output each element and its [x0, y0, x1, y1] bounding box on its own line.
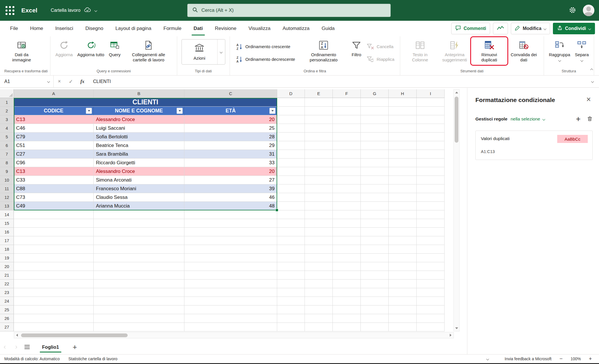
cell-D2[interactable]: [277, 107, 305, 115]
cell-I15[interactable]: [417, 219, 445, 228]
cell-E25[interactable]: [305, 305, 333, 314]
cell-I21[interactable]: [417, 271, 445, 280]
cell-F2[interactable]: [333, 107, 361, 115]
cell-D11[interactable]: [277, 184, 305, 193]
cell-B4[interactable]: Luigi Saccani: [94, 124, 184, 133]
cell-C2-table-header[interactable]: ETÀ: [184, 107, 277, 115]
cell-G9[interactable]: [361, 167, 389, 176]
filter-dropdown-button[interactable]: [86, 108, 92, 114]
cell-C12[interactable]: 46: [184, 193, 277, 202]
cell-H8[interactable]: [389, 159, 417, 167]
cell-H16[interactable]: [389, 228, 417, 236]
cell-F24[interactable]: [333, 297, 361, 305]
cell-A17[interactable]: [14, 236, 94, 245]
row-header-24[interactable]: 24: [0, 297, 14, 305]
cell-H15[interactable]: [389, 219, 417, 228]
cell-H17[interactable]: [389, 236, 417, 245]
cell-B22[interactable]: [94, 280, 184, 288]
cell-I8[interactable]: [417, 159, 445, 167]
cell-E11[interactable]: [305, 184, 333, 193]
ribbon-button-ordinamento-decrescente[interactable]: ZAOrdinamento decrescente: [234, 55, 297, 64]
share-button[interactable]: Condividi: [553, 23, 595, 34]
cell-E15[interactable]: [305, 219, 333, 228]
cell-I10[interactable]: [417, 176, 445, 184]
ribbon-button-collegamenti-alle-cartelle-di-lavoro[interactable]: Collegamenti alle cartelle di lavoro: [123, 38, 174, 64]
cell-B3[interactable]: Alessandro Croce: [94, 115, 184, 124]
cell-A8[interactable]: C96: [14, 159, 94, 167]
cell-D23[interactable]: [277, 288, 305, 297]
row-header-11[interactable]: 11: [0, 184, 14, 193]
edit-mode-button[interactable]: Modifica: [511, 23, 550, 34]
cell-I6[interactable]: [417, 141, 445, 150]
cell-D22[interactable]: [277, 280, 305, 288]
cell-I20[interactable]: [417, 262, 445, 271]
cell-G14[interactable]: [361, 210, 389, 219]
cell-D19[interactable]: [277, 254, 305, 262]
confirm-entry-button[interactable]: ✓: [65, 76, 77, 87]
cell-G1[interactable]: [361, 98, 389, 107]
cell-G16[interactable]: [361, 228, 389, 236]
column-header-D[interactable]: D: [277, 89, 305, 98]
cancel-entry-button[interactable]: ×: [54, 76, 65, 87]
cell-A10[interactable]: C33: [14, 176, 94, 184]
cell-A2-table-header[interactable]: CODICE: [14, 107, 94, 115]
cell-G4[interactable]: [361, 124, 389, 133]
cell-D12[interactable]: [277, 193, 305, 202]
cell-D13[interactable]: [277, 202, 305, 210]
expand-formula-bar-button[interactable]: [586, 76, 599, 87]
row-header-23[interactable]: 23: [0, 288, 14, 297]
row-header-8[interactable]: 8: [0, 159, 14, 167]
cell-B7[interactable]: Sara Brambilla: [94, 150, 184, 159]
row-header-21[interactable]: 21: [0, 271, 14, 280]
cell-E23[interactable]: [305, 288, 333, 297]
cell-B14[interactable]: [94, 210, 184, 219]
cell-B11[interactable]: Francesco Moriani: [94, 184, 184, 193]
row-header-26[interactable]: 26: [0, 314, 14, 323]
cell-A19[interactable]: [14, 254, 94, 262]
cell-D1[interactable]: [277, 98, 305, 107]
ribbon-button-anteprima-suggerimenti[interactable]: Anteprima suggerimenti: [437, 38, 472, 64]
formula-content[interactable]: CLIENTI: [88, 76, 586, 87]
cell-G8[interactable]: [361, 159, 389, 167]
cell-H13[interactable]: [389, 202, 417, 210]
cell-D26[interactable]: [277, 314, 305, 323]
cell-A11[interactable]: C88: [14, 184, 94, 193]
status-options-button[interactable]: [482, 354, 494, 363]
cell-D7[interactable]: [277, 150, 305, 159]
cell-I27[interactable]: [417, 323, 445, 331]
row-header-14[interactable]: 14: [0, 210, 14, 219]
workbook-title[interactable]: Cartella lavoro: [51, 7, 97, 14]
cell-E9[interactable]: [305, 167, 333, 176]
sheet-nav-prev-button[interactable]: [0, 340, 10, 354]
row-header-9[interactable]: 9: [0, 167, 14, 176]
cell-A18[interactable]: [14, 245, 94, 254]
ribbon-tab-automatizza[interactable]: Automatizza: [277, 21, 316, 36]
cell-C10[interactable]: 27: [184, 176, 277, 184]
row-header-19[interactable]: 19: [0, 254, 14, 262]
cell-G18[interactable]: [361, 245, 389, 254]
ribbon-tab-layout-di-pagina[interactable]: Layout di pagina: [109, 21, 158, 36]
cell-A5[interactable]: C79: [14, 133, 94, 141]
cell-E17[interactable]: [305, 236, 333, 245]
cell-F23[interactable]: [333, 288, 361, 297]
account-avatar[interactable]: [583, 5, 594, 16]
ribbon-button-raggruppa[interactable]: Raggruppa: [547, 38, 572, 63]
cell-F15[interactable]: [333, 219, 361, 228]
cell-F11[interactable]: [333, 184, 361, 193]
cell-E19[interactable]: [305, 254, 333, 262]
cell-E5[interactable]: [305, 133, 333, 141]
scroll-right-button[interactable]: [448, 332, 453, 338]
cell-B16[interactable]: [94, 228, 184, 236]
cell-E10[interactable]: [305, 176, 333, 184]
cell-F3[interactable]: [333, 115, 361, 124]
column-header-I[interactable]: I: [417, 89, 445, 98]
cell-F21[interactable]: [333, 271, 361, 280]
cell-A22[interactable]: [14, 280, 94, 288]
column-header-H[interactable]: H: [389, 89, 417, 98]
cell-G12[interactable]: [361, 193, 389, 202]
cell-I13[interactable]: [417, 202, 445, 210]
cell-G19[interactable]: [361, 254, 389, 262]
ribbon-button-aggiorna-tutto[interactable]: Aggiorna tutto: [75, 38, 106, 59]
column-header-F[interactable]: F: [333, 89, 361, 98]
cell-H6[interactable]: [389, 141, 417, 150]
